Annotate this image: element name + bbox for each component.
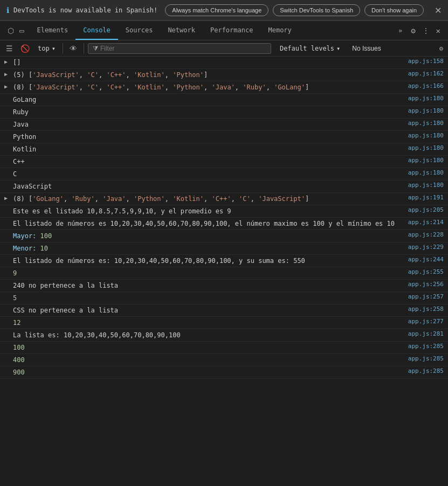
console-settings-icon[interactable]: ⚙ bbox=[438, 43, 445, 54]
filter-input[interactable] bbox=[100, 45, 266, 52]
console-file-link[interactable]: app.js:180 bbox=[404, 169, 444, 176]
divider bbox=[63, 43, 63, 54]
console-row[interactable]: ▶[]app.js:158 bbox=[0, 57, 448, 69]
tab-icon-group: ⬡ ▭ bbox=[2, 24, 29, 37]
console-content: Menor: 10 bbox=[13, 244, 404, 253]
tab-sources[interactable]: Sources bbox=[118, 21, 161, 40]
sidebar-toggle-icon[interactable]: ☰ bbox=[3, 43, 16, 54]
more-tabs-icon[interactable]: » bbox=[395, 27, 405, 34]
console-row[interactable]: GoLangapp.js:180 bbox=[0, 94, 448, 106]
console-row[interactable]: JavaScriptapp.js:180 bbox=[0, 180, 448, 193]
console-file-link[interactable]: app.js:281 bbox=[404, 330, 444, 337]
expand-icon[interactable]: ▶ bbox=[4, 194, 11, 201]
expand-icon[interactable]: ▶ bbox=[4, 70, 11, 77]
console-file-link[interactable]: app.js:191 bbox=[404, 194, 444, 201]
tab-elements[interactable]: Elements bbox=[29, 21, 75, 40]
device-toolbar-icon[interactable]: ▭ bbox=[17, 24, 26, 37]
console-row[interactable]: Kotlinapp.js:180 bbox=[0, 143, 448, 156]
console-row[interactable]: La lista es: 10,20,30,40,50,60,70,80,90,… bbox=[0, 329, 448, 342]
notification-text: DevTools is now available in Spanish! bbox=[13, 6, 157, 14]
console-file-link[interactable]: app.js:180 bbox=[404, 182, 444, 189]
info-icon: ℹ bbox=[6, 6, 9, 15]
console-file-link[interactable]: app.js:180 bbox=[404, 157, 444, 164]
console-file-link[interactable]: app.js:285 bbox=[404, 355, 444, 362]
clear-console-icon[interactable]: 🚫 bbox=[18, 43, 32, 54]
console-row[interactable]: Capp.js:180 bbox=[0, 168, 448, 180]
console-row[interactable]: ▶(8) ['GoLang', 'Ruby', 'Java', 'Python'… bbox=[0, 193, 448, 205]
eye-icon[interactable]: 👁 bbox=[67, 43, 80, 54]
console-content: JavaScript bbox=[13, 182, 404, 191]
tab-memory[interactable]: Memory bbox=[260, 21, 299, 40]
close-notification-button[interactable]: ✕ bbox=[435, 5, 442, 16]
tab-console[interactable]: Console bbox=[75, 21, 118, 40]
console-output[interactable]: ▶[]app.js:158▶(5) ['JavaScript', 'C', 'C… bbox=[0, 57, 448, 465]
console-row[interactable]: Rubyapp.js:180 bbox=[0, 106, 448, 119]
notification-bar: ℹ DevTools is now available in Spanish! … bbox=[0, 0, 448, 21]
console-file-link[interactable]: app.js:256 bbox=[404, 281, 444, 288]
switch-language-button[interactable]: Switch DevTools to Spanish bbox=[273, 4, 360, 16]
console-file-link[interactable]: app.js:166 bbox=[404, 82, 444, 89]
console-row[interactable]: CSS no pertenece a la listaapp.js:258 bbox=[0, 304, 448, 317]
toolbar: ☰ 🚫 top ▾ 👁 ⧩ Default levels ▾ No Issues… bbox=[0, 40, 448, 57]
console-content: 400 bbox=[13, 355, 404, 365]
console-file-link[interactable]: app.js:229 bbox=[404, 244, 444, 251]
console-file-link[interactable]: app.js:180 bbox=[404, 95, 444, 102]
console-row[interactable]: Este es el listado 10,8.5,7.5,9,9,10, y … bbox=[0, 205, 448, 218]
console-file-link[interactable]: app.js:180 bbox=[404, 144, 444, 151]
console-file-link[interactable]: app.js:205 bbox=[404, 206, 444, 213]
settings-icon[interactable]: ⚙ bbox=[409, 24, 417, 37]
console-row[interactable]: Javaapp.js:180 bbox=[0, 119, 448, 131]
console-content: 100 bbox=[13, 343, 404, 352]
console-content: 5 bbox=[13, 293, 404, 303]
console-row[interactable]: ▶(8) ['JavaScript', 'C', 'C++', 'Kotlin'… bbox=[0, 81, 448, 94]
inspect-element-icon[interactable]: ⬡ bbox=[5, 24, 16, 37]
console-file-link[interactable]: app.js:162 bbox=[404, 70, 444, 77]
tab-performance[interactable]: Performance bbox=[203, 21, 260, 40]
log-level-label: Default levels bbox=[280, 45, 334, 52]
console-file-link[interactable]: app.js:180 bbox=[404, 132, 444, 139]
tab-network[interactable]: Network bbox=[160, 21, 203, 40]
console-content: CSS no pertenece a la lista bbox=[13, 306, 404, 315]
more-options-icon[interactable]: ⋮ bbox=[420, 24, 432, 37]
context-selector[interactable]: top ▾ bbox=[35, 44, 59, 53]
console-file-link[interactable]: app.js:180 bbox=[404, 120, 444, 127]
console-file-link[interactable]: app.js:255 bbox=[404, 268, 444, 275]
console-row[interactable]: El listado de números es: 10,20,30,40,50… bbox=[0, 255, 448, 267]
no-issues-button[interactable]: No Issues bbox=[347, 44, 386, 53]
console-content: El listado de números es 10,20,30,40,50,… bbox=[13, 219, 404, 228]
console-file-link[interactable]: app.js:244 bbox=[404, 256, 444, 263]
console-row[interactable]: 100app.js:285 bbox=[0, 342, 448, 354]
console-file-link[interactable]: app.js:258 bbox=[404, 306, 444, 313]
console-file-link[interactable]: app.js:285 bbox=[404, 367, 444, 374]
console-file-link[interactable]: app.js:214 bbox=[404, 219, 444, 226]
console-row[interactable]: 900app.js:285 bbox=[0, 366, 448, 379]
console-row[interactable]: 5app.js:257 bbox=[0, 292, 448, 304]
tab-bar: ⬡ ▭ ElementsConsoleSourcesNetworkPerform… bbox=[0, 21, 448, 40]
console-file-link[interactable]: app.js:158 bbox=[404, 58, 444, 65]
console-file-link[interactable]: app.js:228 bbox=[404, 231, 444, 238]
console-file-link[interactable]: app.js:180 bbox=[404, 107, 444, 114]
close-devtools-icon[interactable]: ✕ bbox=[434, 24, 443, 37]
match-language-button[interactable]: Always match Chrome's language bbox=[165, 4, 268, 16]
expand-icon[interactable]: ▶ bbox=[4, 82, 11, 89]
console-row[interactable]: Menor: 10app.js:229 bbox=[0, 242, 448, 255]
expand-icon bbox=[4, 355, 11, 356]
console-row[interactable]: El listado de números es 10,20,30,40,50,… bbox=[0, 218, 448, 230]
dont-show-again-button[interactable]: Don't show again bbox=[364, 4, 424, 16]
console-file-link[interactable]: app.js:257 bbox=[404, 293, 444, 300]
console-row[interactable]: Pythonapp.js:180 bbox=[0, 131, 448, 143]
divider2 bbox=[84, 43, 84, 54]
expand-icon[interactable]: ▶ bbox=[4, 58, 11, 65]
console-row[interactable]: ▶(5) ['JavaScript', 'C', 'C++', 'Kotlin'… bbox=[0, 69, 448, 81]
filter-box[interactable]: ⧩ bbox=[88, 43, 271, 54]
console-row[interactable]: 9app.js:255 bbox=[0, 267, 448, 280]
log-level-selector[interactable]: Default levels ▾ bbox=[275, 44, 344, 53]
console-content: Este es el listado 10,8.5,7.5,9,9,10, y … bbox=[13, 206, 404, 216]
console-file-link[interactable]: app.js:277 bbox=[404, 318, 444, 325]
console-row[interactable]: C++app.js:180 bbox=[0, 156, 448, 168]
console-row[interactable]: 240 no pertenece a la listaapp.js:256 bbox=[0, 280, 448, 292]
console-file-link[interactable]: app.js:285 bbox=[404, 343, 444, 350]
console-row[interactable]: 400app.js:285 bbox=[0, 354, 448, 366]
console-row[interactable]: Mayor: 100app.js:228 bbox=[0, 230, 448, 242]
console-row[interactable]: 12app.js:277 bbox=[0, 317, 448, 329]
